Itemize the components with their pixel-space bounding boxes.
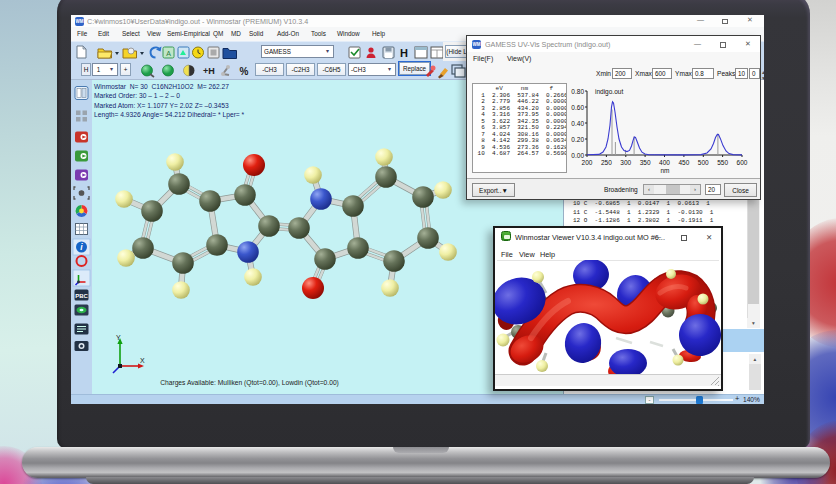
svg-text:0.60: 0.60: [571, 104, 584, 111]
svg-text:nm: nm: [660, 167, 669, 174]
svg-text:350: 350: [640, 159, 651, 166]
svg-text:0.20: 0.20: [571, 136, 584, 143]
svg-text:0.00: 0.00: [571, 152, 584, 159]
svg-text:0.80: 0.80: [571, 88, 584, 95]
svg-text:Y: Y: [116, 334, 121, 341]
svg-text:indigo.out: indigo.out: [595, 88, 623, 96]
svg-text:500: 500: [698, 159, 709, 166]
svg-text:450: 450: [678, 159, 689, 166]
svg-text:X: X: [140, 357, 145, 364]
svg-text:PBC: PBC: [75, 293, 88, 299]
svg-text:550: 550: [717, 159, 728, 166]
svg-text:600: 600: [737, 159, 748, 166]
svg-text:200: 200: [582, 159, 593, 166]
svg-text:A: A: [166, 50, 171, 57]
svg-text:0.40: 0.40: [571, 120, 584, 127]
svg-text:%: %: [240, 66, 249, 77]
svg-text:250: 250: [601, 159, 612, 166]
svg-text:+H: +H: [203, 66, 215, 76]
svg-text:H: H: [400, 47, 408, 59]
svg-text:300: 300: [620, 159, 631, 166]
svg-text:400: 400: [659, 159, 670, 166]
